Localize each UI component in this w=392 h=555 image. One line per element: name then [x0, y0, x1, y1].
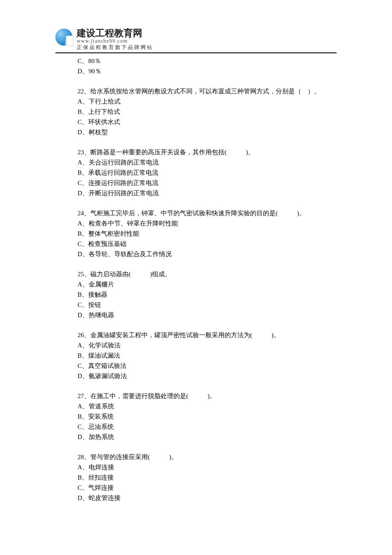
- option-text: C、80％: [78, 56, 337, 66]
- question-stem: 23、断路器是一种重要的高压开关设备，其作用包括( )。: [78, 147, 337, 157]
- question-stem: 26、金属油罐安装工程中，罐顶严密性试验一般采用的方法为( )。: [78, 330, 337, 340]
- question-block: 28、管与管的连接应采用( )。 A、电焊连接 B、丝扣连接 C、气焊连接 D、…: [78, 452, 337, 503]
- question-stem: 25、磁力启动器由( )组成。: [78, 269, 337, 279]
- logo-title: 建设工程教育网: [77, 28, 153, 38]
- option-text: D、开断运行回路的正常电流: [78, 188, 337, 198]
- option-text: A、关合运行回路的正常电流: [78, 157, 337, 168]
- question-stem: 24、气柜施工完毕后，钟罩、中节的气密试验和快速升降实验的目的是( )。: [78, 208, 337, 218]
- option-text: C、连接运行回路的正常电流: [78, 178, 337, 188]
- leading-options-block: C、80％ D、90％: [78, 56, 337, 76]
- option-text: D、热继电器: [78, 310, 337, 320]
- option-text: C、气焊连接: [78, 483, 337, 493]
- option-text: C、忌油系统: [78, 422, 337, 432]
- logo-tagline: 正保远程教育旗下品牌网站: [77, 45, 153, 51]
- option-text: B、丝扣连接: [78, 472, 337, 483]
- logo-icon: [55, 28, 74, 46]
- option-text: D、加热系统: [78, 432, 337, 442]
- option-text: C、按钮: [78, 300, 337, 310]
- option-text: C、真空箱试验法: [78, 361, 337, 371]
- question-block: 24、气柜施工完毕后，钟罩、中节的气密试验和快速升降实验的目的是( )。 A、检…: [78, 208, 337, 259]
- question-block: 23、断路器是一种重要的高压开关设备，其作用包括( )。 A、关合运行回路的正常…: [78, 147, 337, 198]
- option-text: D、各导轮、导轨配合及工作情况: [78, 249, 337, 259]
- option-text: B、煤油试漏法: [78, 350, 337, 361]
- option-text: D、树枝型: [78, 127, 337, 137]
- question-block: 22、给水系统按给水管网的敷设方式不同，可以布置成三种管网方式，分别是（ ）。 …: [78, 86, 337, 137]
- question-stem: 28、管与管的连接应采用( )。: [78, 452, 337, 462]
- logo-block: 建设工程教育网 www.jianshe99.com 正保远程教育旗下品牌网站: [55, 28, 337, 51]
- page-header: 建设工程教育网 www.jianshe99.com 正保远程教育旗下品牌网站: [55, 28, 337, 53]
- option-text: A、检查各中节、钟罩在升降时性能: [78, 218, 337, 228]
- question-block: 27、在施工中，需要进行脱脂处理的是( )。 A、管道系统 B、安装系统 C、忌…: [78, 391, 337, 442]
- option-text: D、氨渗漏试验法: [78, 371, 337, 381]
- option-text: D、90％: [78, 66, 337, 76]
- option-text: A、金属栅片: [78, 279, 337, 289]
- option-text: B、承载运行回路的正常电流: [78, 168, 337, 178]
- question-block: 25、磁力启动器由( )组成。 A、金属栅片 B、接触器 C、按钮 D、热继电器: [78, 269, 337, 320]
- header-divider: [55, 52, 337, 53]
- option-text: A、化学试验法: [78, 340, 337, 350]
- option-text: B、上行下给式: [78, 107, 337, 117]
- option-text: C、环状供水式: [78, 117, 337, 127]
- question-block: 26、金属油罐安装工程中，罐顶严密性试验一般采用的方法为( )。 A、化学试验法…: [78, 330, 337, 381]
- option-text: B、安装系统: [78, 411, 337, 422]
- option-text: D、蛇皮管连接: [78, 493, 337, 503]
- question-stem: 27、在施工中，需要进行脱脂处理的是( )。: [78, 391, 337, 401]
- option-text: B、整体气柜密封性能: [78, 228, 337, 239]
- option-text: A、管道系统: [78, 401, 337, 411]
- option-text: A、电焊连接: [78, 462, 337, 472]
- question-stem: 22、给水系统按给水管网的敷设方式不同，可以布置成三种管网方式，分别是（ ）。: [78, 86, 337, 96]
- option-text: B、接触器: [78, 289, 337, 300]
- logo-text: 建设工程教育网 www.jianshe99.com 正保远程教育旗下品牌网站: [77, 28, 153, 51]
- content-body: C、80％ D、90％ 22、给水系统按给水管网的敷设方式不同，可以布置成三种管…: [55, 56, 337, 503]
- option-text: C、检查预压基础: [78, 239, 337, 249]
- option-text: A、下行上给式: [78, 96, 337, 107]
- logo-url: www.jianshe99.com: [77, 38, 153, 44]
